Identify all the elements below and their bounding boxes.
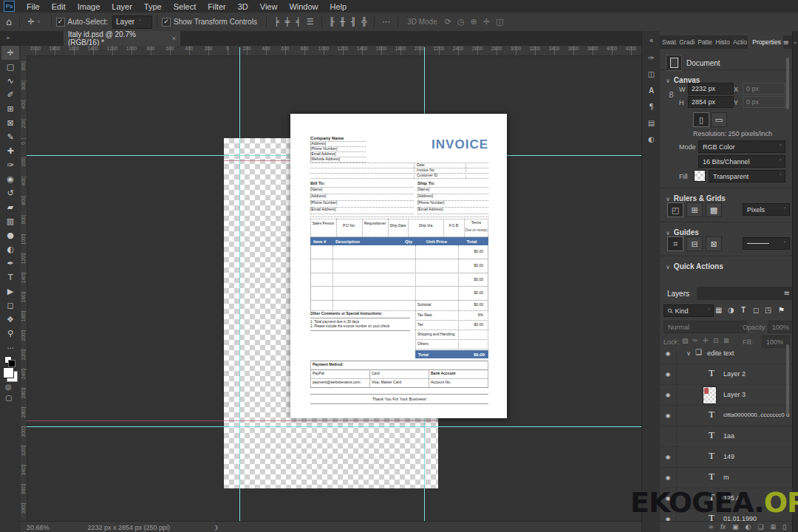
screen-mode-icon[interactable]: ▢ [5,394,12,402]
distribute-right-icon[interactable]: ╢ [351,17,356,27]
healing-brush-tool[interactable]: ✚ [1,144,19,158]
shape-tool[interactable]: ◻ [1,299,19,313]
foreground-color-swatch[interactable] [3,367,14,378]
add-layer-mask-icon[interactable]: ▣ [732,523,739,531]
lasso-tool[interactable]: ∿ [1,74,19,88]
quick-actions-section-header[interactable]: ∨Quick Actions [666,259,723,272]
document-tab[interactable]: Italy id.psd @ 20.7% (RGB/16) * × [64,31,180,46]
history-brush-tool[interactable]: ↺ [1,186,19,200]
eraser-tool[interactable]: ▰ [1,200,19,214]
new-group-icon[interactable]: ❏ [757,523,763,531]
show-transform-checkbox[interactable]: ✓ [162,18,171,27]
toggle-grid-button[interactable]: ⊞ [686,202,703,217]
layer-name[interactable]: Layer 2 [723,370,746,378]
tab-properties[interactable]: Properties [748,35,782,49]
height-field[interactable]: 2854 px [688,96,734,108]
menu-help[interactable]: Help [324,2,353,11]
align-right-edges-icon[interactable]: ╡ [296,17,301,27]
frame-tool[interactable]: ⊠ [1,116,19,130]
move-tool[interactable]: ✛ [1,46,19,60]
fill-swatch[interactable] [694,170,706,182]
distribute-vertical-icon[interactable]: ╬ [362,17,367,27]
collapse-right-icon[interactable]: « [794,40,797,46]
dodge-tool[interactable]: ◐ [1,242,19,256]
3d-drag-icon[interactable]: ⊕ [471,17,477,27]
tab-swatches[interactable]: Swat [660,38,677,46]
quick-mask-icon[interactable]: ◎ [5,383,12,391]
new-guide-button[interactable]: ⌗ [667,236,683,251]
more-align-options-icon[interactable]: ⋯ [382,17,390,27]
properties-scrollbar[interactable] [786,58,789,109]
status-options-arrow[interactable]: ❯ [214,525,219,531]
close-tab-icon[interactable]: × [172,35,176,42]
layer-name[interactable]: 149 [723,453,734,460]
align-left-edges-icon[interactable]: ╞ [274,17,279,27]
tab-patterns[interactable]: Patte [695,38,713,46]
3d-rotate-icon[interactable]: ⟳ [445,17,451,27]
tool-preset-caret[interactable]: ˅ [37,19,40,24]
blur-tool[interactable]: ● [1,228,19,242]
pen-tool[interactable]: ✒ [1,256,19,270]
link-dimensions-icon[interactable]: 8 [669,90,674,100]
3d-slide-icon[interactable]: ✛ [483,17,490,27]
clear-guides-button[interactable]: ⊠ [706,236,722,251]
collapse-panels-icon[interactable]: « [645,34,658,47]
eye-empty[interactable] [660,426,677,446]
group-chevron-icon[interactable]: ∨ [686,350,691,357]
menu-3d[interactable]: 3D [232,2,254,11]
layer-filter-kind-dropdown[interactable]: ⚲ Kind˅ [664,304,714,317]
ruler-left[interactable]: 8006004002000200400600800100012001400160… [21,55,27,521]
home-icon[interactable]: ⌂ [6,16,12,27]
orientation-landscape-button[interactable]: ▭ [711,112,727,127]
filter-type-layers-icon[interactable]: T [741,306,746,314]
layer-thumbnail[interactable] [703,386,717,404]
align-top-edges-icon[interactable]: ☰ [307,17,314,27]
toggle-pixel-grid-button[interactable]: ▩ [706,202,722,217]
link-layers-icon[interactable]: ∞ [709,523,715,531]
layer-effects-icon[interactable]: fx [720,523,726,531]
delete-layer-icon[interactable]: ▯ [782,523,786,531]
layers-menu-icon[interactable]: ≡ [784,289,790,297]
layer-row[interactable]: ◉ T Layer 2 [660,364,792,385]
toggle-rulers-button[interactable]: ◰ [667,202,683,217]
properties-menu-icon[interactable]: ≡ [783,38,789,47]
brushes-panel-icon[interactable]: ✑ [645,52,658,64]
layer-name[interactable]: edite text [707,349,734,357]
layer-row[interactable]: ◉ T m [660,467,792,488]
layer-row[interactable]: ◉ T 149 [660,446,792,468]
3d-scale-icon[interactable]: ◫ [496,17,503,27]
filter-adjustment-layers-icon[interactable]: ◑ [728,306,734,314]
layer-name[interactable]: citta0000000..ccccccc0 d [723,412,789,418]
width-field[interactable]: 2232 px [688,83,734,95]
menu-select[interactable]: Select [168,2,202,11]
distribute-centers-icon[interactable]: ╫ [340,17,345,27]
path-selection-tool[interactable]: ▶ [1,284,19,299]
hand-tool[interactable]: ❖ [1,313,19,327]
ruler-top[interactable]: 2000180016001400120010008006004002000200… [27,46,641,56]
type-tool[interactable]: T [1,270,19,284]
menu-filter[interactable]: Filter [202,2,231,11]
fill-dropdown[interactable]: Transparent˅ [709,170,785,183]
brush-tool[interactable]: ✑ [1,158,19,172]
clone-source-panel-icon[interactable]: ◫ [645,68,658,81]
menu-edit[interactable]: Edit [46,2,72,11]
menu-file[interactable]: File [21,2,46,11]
object-selection-tool[interactable]: ✐ [1,88,19,102]
ruler-units-dropdown[interactable]: Pixels˅ [743,203,790,216]
eye-icon[interactable]: ◉ [666,454,671,460]
orientation-portrait-button[interactable]: ▯ [693,112,709,127]
zoom-tool[interactable]: ⚲ [1,327,19,341]
default-background-chip[interactable] [8,360,16,367]
auto-select-checkbox[interactable]: ✓ [56,18,65,27]
3d-roll-icon[interactable]: ◷ [457,17,465,27]
align-horizontal-centers-icon[interactable]: ╪ [285,17,290,27]
layer-row[interactable]: ◉ Layer 3 [660,384,792,406]
eye-icon[interactable]: ◉ [666,350,671,357]
tab-history[interactable]: Histo [713,38,731,46]
zoom-percentage[interactable]: 20.66% [27,524,50,531]
eyedropper-tool[interactable]: ✎ [1,130,19,144]
menu-image[interactable]: Image [72,2,106,11]
eye-icon[interactable]: ◉ [666,371,671,378]
distribute-left-icon[interactable]: ╟ [330,17,335,27]
adjustment-layer-icon[interactable]: ◐ [746,523,751,531]
